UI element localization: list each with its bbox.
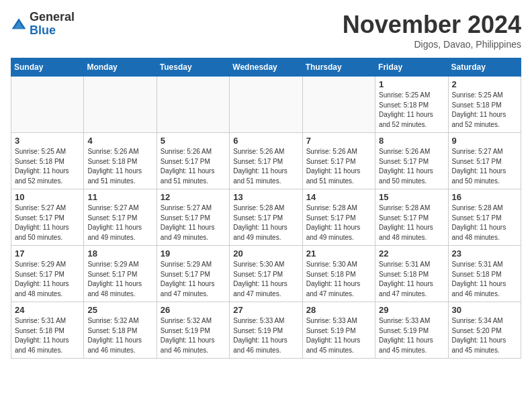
calendar-day: 24Sunrise: 5:31 AM Sunset: 5:18 PM Dayli… (11, 302, 84, 359)
month-title: November 2024 (343, 11, 521, 39)
day-number: 16 (452, 192, 517, 202)
day-number: 11 (87, 192, 152, 202)
location: Digos, Davao, Philippines (343, 39, 521, 50)
day-number: 20 (233, 248, 298, 259)
day-number: 24 (15, 305, 80, 315)
calendar-day: 15Sunrise: 5:28 AM Sunset: 5:17 PM Dayli… (375, 189, 448, 246)
day-info: Sunrise: 5:27 AM Sunset: 5:17 PM Dayligh… (87, 203, 152, 242)
calendar-day: 23Sunrise: 5:31 AM Sunset: 5:18 PM Dayli… (448, 246, 521, 302)
calendar-table: SundayMondayTuesdayWednesdayThursdayFrid… (11, 58, 521, 359)
logo-general: General (30, 10, 75, 24)
day-info: Sunrise: 5:28 AM Sunset: 5:17 PM Dayligh… (452, 203, 517, 242)
calendar-day: 13Sunrise: 5:28 AM Sunset: 5:17 PM Dayli… (230, 189, 302, 246)
calendar-day: 10Sunrise: 5:27 AM Sunset: 5:17 PM Dayli… (11, 189, 84, 246)
day-number: 9 (452, 136, 517, 146)
day-number: 27 (233, 305, 298, 315)
day-info: Sunrise: 5:27 AM Sunset: 5:17 PM Dayligh… (161, 203, 226, 242)
calendar-day: 14Sunrise: 5:28 AM Sunset: 5:17 PM Dayli… (302, 189, 375, 246)
calendar-day: 17Sunrise: 5:29 AM Sunset: 5:17 PM Dayli… (11, 246, 84, 302)
logo-text: General Blue (30, 11, 75, 38)
day-info: Sunrise: 5:25 AM Sunset: 5:18 PM Dayligh… (452, 91, 517, 130)
day-info: Sunrise: 5:33 AM Sunset: 5:19 PM Dayligh… (379, 316, 444, 355)
day-number: 3 (15, 136, 80, 146)
calendar-day: 3Sunrise: 5:25 AM Sunset: 5:18 PM Daylig… (11, 133, 84, 189)
calendar-day: 4Sunrise: 5:26 AM Sunset: 5:18 PM Daylig… (84, 133, 157, 189)
day-number: 4 (87, 136, 152, 146)
day-info: Sunrise: 5:26 AM Sunset: 5:17 PM Dayligh… (379, 147, 444, 186)
calendar-day (230, 77, 302, 133)
day-number: 5 (161, 136, 226, 146)
calendar-day: 25Sunrise: 5:32 AM Sunset: 5:18 PM Dayli… (84, 302, 157, 359)
calendar-day: 20Sunrise: 5:30 AM Sunset: 5:17 PM Dayli… (230, 246, 302, 302)
calendar-day: 27Sunrise: 5:33 AM Sunset: 5:19 PM Dayli… (230, 302, 302, 359)
day-info: Sunrise: 5:34 AM Sunset: 5:20 PM Dayligh… (452, 316, 517, 355)
day-info: Sunrise: 5:28 AM Sunset: 5:17 PM Dayligh… (233, 203, 298, 242)
day-number: 7 (306, 136, 371, 146)
day-info: Sunrise: 5:32 AM Sunset: 5:18 PM Dayligh… (87, 316, 152, 355)
calendar-day: 11Sunrise: 5:27 AM Sunset: 5:17 PM Dayli… (84, 189, 157, 246)
day-number: 26 (161, 305, 226, 315)
calendar-day: 1Sunrise: 5:25 AM Sunset: 5:18 PM Daylig… (375, 77, 448, 133)
day-info: Sunrise: 5:27 AM Sunset: 5:17 PM Dayligh… (15, 203, 80, 242)
day-number: 17 (15, 248, 80, 259)
day-number: 1 (379, 79, 444, 89)
day-info: Sunrise: 5:33 AM Sunset: 5:19 PM Dayligh… (306, 316, 371, 355)
calendar-week-4: 17Sunrise: 5:29 AM Sunset: 5:17 PM Dayli… (11, 246, 521, 302)
calendar-day (84, 77, 157, 133)
day-number: 13 (233, 192, 298, 202)
day-header-monday: Monday (84, 58, 157, 77)
day-info: Sunrise: 5:29 AM Sunset: 5:17 PM Dayligh… (87, 260, 152, 299)
day-info: Sunrise: 5:31 AM Sunset: 5:18 PM Dayligh… (452, 260, 517, 299)
day-number: 29 (379, 305, 444, 315)
day-number: 21 (306, 248, 371, 259)
day-number: 30 (452, 305, 517, 315)
day-number: 8 (379, 136, 444, 146)
page-header: General Blue November 2024 Digos, Davao,… (11, 11, 521, 50)
day-info: Sunrise: 5:29 AM Sunset: 5:17 PM Dayligh… (161, 260, 226, 299)
day-info: Sunrise: 5:25 AM Sunset: 5:18 PM Dayligh… (15, 147, 80, 186)
day-header-thursday: Thursday (302, 58, 375, 77)
calendar-day: 26Sunrise: 5:32 AM Sunset: 5:19 PM Dayli… (157, 302, 229, 359)
calendar-week-3: 10Sunrise: 5:27 AM Sunset: 5:17 PM Dayli… (11, 189, 521, 246)
day-info: Sunrise: 5:30 AM Sunset: 5:18 PM Dayligh… (306, 260, 371, 299)
calendar-week-2: 3Sunrise: 5:25 AM Sunset: 5:18 PM Daylig… (11, 133, 521, 189)
day-info: Sunrise: 5:29 AM Sunset: 5:17 PM Dayligh… (15, 260, 80, 299)
day-number: 25 (87, 305, 152, 315)
day-info: Sunrise: 5:28 AM Sunset: 5:17 PM Dayligh… (306, 203, 371, 242)
day-info: Sunrise: 5:31 AM Sunset: 5:18 PM Dayligh… (379, 260, 444, 299)
day-number: 19 (161, 248, 226, 259)
day-header-sunday: Sunday (11, 58, 84, 77)
calendar-day: 8Sunrise: 5:26 AM Sunset: 5:17 PM Daylig… (375, 133, 448, 189)
calendar-day: 28Sunrise: 5:33 AM Sunset: 5:19 PM Dayli… (302, 302, 375, 359)
title-block: November 2024 Digos, Davao, Philippines (343, 11, 521, 50)
calendar-day: 6Sunrise: 5:26 AM Sunset: 5:17 PM Daylig… (230, 133, 302, 189)
calendar-day: 22Sunrise: 5:31 AM Sunset: 5:18 PM Dayli… (375, 246, 448, 302)
day-info: Sunrise: 5:26 AM Sunset: 5:17 PM Dayligh… (306, 147, 371, 186)
day-number: 18 (87, 248, 152, 259)
calendar-day (11, 77, 84, 133)
day-info: Sunrise: 5:33 AM Sunset: 5:19 PM Dayligh… (233, 316, 298, 355)
calendar-day: 2Sunrise: 5:25 AM Sunset: 5:18 PM Daylig… (448, 77, 521, 133)
day-number: 12 (161, 192, 226, 202)
day-header-wednesday: Wednesday (230, 58, 302, 77)
calendar-day: 16Sunrise: 5:28 AM Sunset: 5:17 PM Dayli… (448, 189, 521, 246)
day-info: Sunrise: 5:26 AM Sunset: 5:18 PM Dayligh… (87, 147, 152, 186)
day-number: 22 (379, 248, 444, 259)
calendar-day: 29Sunrise: 5:33 AM Sunset: 5:19 PM Dayli… (375, 302, 448, 359)
day-header-friday: Friday (375, 58, 448, 77)
day-number: 6 (233, 136, 298, 146)
day-number: 14 (306, 192, 371, 202)
day-header-tuesday: Tuesday (157, 58, 229, 77)
day-info: Sunrise: 5:27 AM Sunset: 5:17 PM Dayligh… (452, 147, 517, 186)
day-info: Sunrise: 5:26 AM Sunset: 5:17 PM Dayligh… (161, 147, 226, 186)
day-number: 15 (379, 192, 444, 202)
calendar-day: 9Sunrise: 5:27 AM Sunset: 5:17 PM Daylig… (448, 133, 521, 189)
day-number: 23 (452, 248, 517, 259)
calendar-week-1: 1Sunrise: 5:25 AM Sunset: 5:18 PM Daylig… (11, 77, 521, 133)
day-info: Sunrise: 5:25 AM Sunset: 5:18 PM Dayligh… (379, 91, 444, 130)
calendar-day: 7Sunrise: 5:26 AM Sunset: 5:17 PM Daylig… (302, 133, 375, 189)
calendar-day: 30Sunrise: 5:34 AM Sunset: 5:20 PM Dayli… (448, 302, 521, 359)
day-header-saturday: Saturday (448, 58, 521, 77)
calendar-header-row: SundayMondayTuesdayWednesdayThursdayFrid… (11, 58, 521, 77)
day-number: 10 (15, 192, 80, 202)
